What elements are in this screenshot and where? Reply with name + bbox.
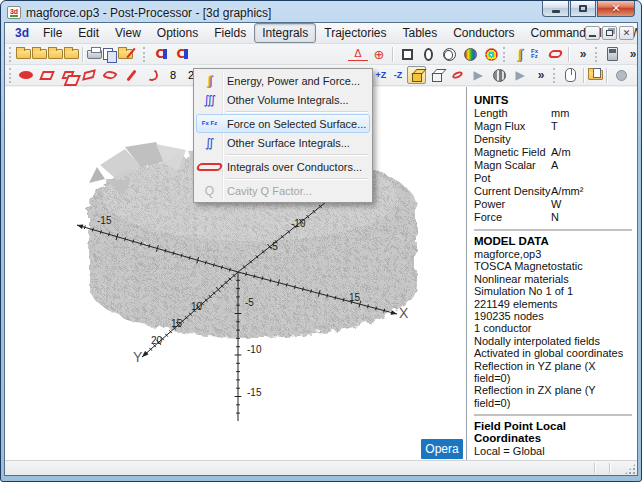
x-negative-axis-arrowhead <box>77 224 83 229</box>
racetrack-8-icon[interactable]: 8 <box>163 66 183 85</box>
marker-icon[interactable] <box>447 66 467 85</box>
conductor-arc-icon[interactable] <box>142 66 162 85</box>
solid-view-icon[interactable] <box>407 66 426 84</box>
menu-item-label: Integrals over Conductors... <box>222 161 362 173</box>
unit-label: Magn Scalar Pot <box>474 159 551 185</box>
menubar-item-tables[interactable]: Tables <box>395 23 446 43</box>
panel-line: Nodally interpolated fields <box>474 335 633 347</box>
panel-line: magforce,op3 <box>474 248 633 260</box>
menu-item-label: Force on Selected Surface... <box>222 118 366 130</box>
menu-item-other-volume-integrals[interactable]: ∭Other Volume Integrals... <box>196 90 370 109</box>
clip-surface-icon[interactable] <box>439 45 459 64</box>
ellipse-surface-icon[interactable] <box>418 45 438 64</box>
contour-map-icon[interactable] <box>460 45 480 64</box>
force-surface-icon: Fx Fz <box>197 121 222 126</box>
conductor-patch-icon[interactable] <box>58 66 78 85</box>
toolbar-gripper <box>143 47 146 62</box>
status-bar <box>5 460 637 475</box>
title-bar[interactable]: 3d magforce.op3 - Post-Processor - [3d g… <box>7 3 635 22</box>
unit-row: Lengthmm <box>474 107 633 120</box>
conductor-slant-icon[interactable] <box>79 66 99 85</box>
print-icon[interactable] <box>87 50 102 59</box>
menubar-item-integrals[interactable]: Integrals <box>254 23 316 43</box>
menu-separator <box>226 111 368 112</box>
coil-a-icon[interactable]: C <box>150 45 170 64</box>
mouse-mode-icon[interactable] <box>560 66 580 85</box>
force-surface-toolbar-icon[interactable]: Fx Fz <box>531 45 544 64</box>
edit-file-icon[interactable] <box>118 49 133 59</box>
z-tick-10: -10 <box>247 344 262 355</box>
unit-label: Magnetic Field <box>474 146 551 159</box>
more-tools-2-icon[interactable]: » <box>623 45 638 64</box>
menubar-item-trajectories[interactable]: Trajectories <box>316 23 394 43</box>
coil-b-icon[interactable]: C <box>171 45 191 64</box>
app-window: 3d magforce.op3 - Post-Processor - [3d g… <box>0 0 642 482</box>
statusbar-separator <box>609 463 610 473</box>
open-script-icon[interactable] <box>48 49 63 59</box>
panel-divider <box>474 229 632 231</box>
open-database-icon[interactable] <box>32 49 47 59</box>
menu-item-label: Other Volume Integrals... <box>222 94 349 106</box>
conductor-quad-icon[interactable] <box>37 66 57 85</box>
minimize-button[interactable] <box>542 1 569 17</box>
menubar-item-edit[interactable]: Edit <box>70 23 107 43</box>
menubar-item-view[interactable]: View <box>107 23 149 43</box>
menu-item-energy-power-and-force[interactable]: ∫Energy, Power and Force... <box>196 71 370 90</box>
conductor-ellipse-icon[interactable] <box>16 66 36 85</box>
open-pages-icon[interactable] <box>588 70 603 80</box>
open-results-file-icon[interactable] <box>16 49 31 59</box>
rotate-view-icon[interactable]: ▶ <box>468 66 488 85</box>
mdi-restore-button[interactable] <box>602 26 617 40</box>
system-variables-icon[interactable] <box>602 45 622 64</box>
rotate-view-2-icon[interactable]: ▶ <box>510 66 530 85</box>
histogram-plot-icon[interactable]: Δ <box>348 47 368 61</box>
conductor-line-icon[interactable] <box>121 66 141 85</box>
menubar-item-options[interactable]: Options <box>149 23 206 43</box>
toolbar-separator <box>583 68 584 83</box>
toolbar-row-1: CCΔ⊕∫Fx Fz»» <box>5 44 637 65</box>
close-button[interactable]: ✕ <box>597 1 635 17</box>
mdi-close-button[interactable]: ✕ <box>619 26 634 40</box>
toolbar-separator <box>392 47 393 62</box>
y-tick-15: 15 <box>171 318 183 329</box>
energy-force-icon[interactable]: ∫ <box>510 45 530 64</box>
conductor-slant-2-icon[interactable] <box>100 66 120 85</box>
zone-map-icon[interactable] <box>481 45 501 64</box>
box-surface-icon[interactable] <box>397 45 417 64</box>
panel-line: Local = Global <box>474 445 633 457</box>
menubar-item-file[interactable]: File <box>35 23 70 43</box>
panel-heading-field-point-local-coordinates: Field Point Local Coordinates <box>474 420 633 444</box>
panel-line: TOSCA Magnetostatic <box>474 260 633 272</box>
menu-item-other-surface-integrals[interactable]: ∬Other Surface Integrals... <box>196 133 370 152</box>
menubar-item-fields[interactable]: Fields <box>206 23 254 43</box>
toolbar-separator <box>606 68 607 83</box>
conductor-integral-toolbar-icon[interactable] <box>545 45 565 64</box>
toolbar-gripper <box>9 68 12 83</box>
x-neg-tick-label: -15 <box>97 215 112 226</box>
mdi-minimize-button[interactable] <box>585 26 600 40</box>
view-minus-z-icon[interactable]: -Z <box>390 66 406 85</box>
panel-divider <box>474 414 632 416</box>
menubar-item-3d[interactable]: 3d <box>9 23 35 43</box>
x-positive-axis-arrowhead <box>391 310 397 315</box>
more-tools-icon[interactable]: » <box>573 45 593 64</box>
menu-separator <box>226 178 368 179</box>
target-point-icon[interactable]: ⊕ <box>369 45 389 64</box>
menubar-item-conductors[interactable]: Conductors <box>445 23 522 43</box>
statusbar-separator <box>594 463 595 473</box>
copy-icon[interactable] <box>103 48 117 61</box>
wireframe-view-icon[interactable] <box>427 66 446 84</box>
open-model-icon[interactable] <box>64 49 79 59</box>
toolbar-gripper <box>9 47 12 62</box>
menu-item-integrals-over-conductors[interactable]: Integrals over Conductors... <box>196 157 370 176</box>
more-view-icon[interactable]: » <box>531 66 551 85</box>
volume-integral-icon: ∭ <box>197 93 222 107</box>
view-plus-z-icon[interactable]: +Z <box>373 66 389 85</box>
record-icon[interactable] <box>611 66 631 85</box>
y-neg-tick-5: -5 <box>269 241 278 252</box>
menu-item-force-on-selected-surface[interactable]: Fx FzForce on Selected Surface... <box>196 114 370 133</box>
shaded-sphere-icon[interactable] <box>489 66 509 85</box>
maximize-button[interactable] <box>570 1 596 17</box>
resize-grip[interactable] <box>624 463 636 475</box>
panel-line: Activated in global coordinates <box>474 347 633 359</box>
